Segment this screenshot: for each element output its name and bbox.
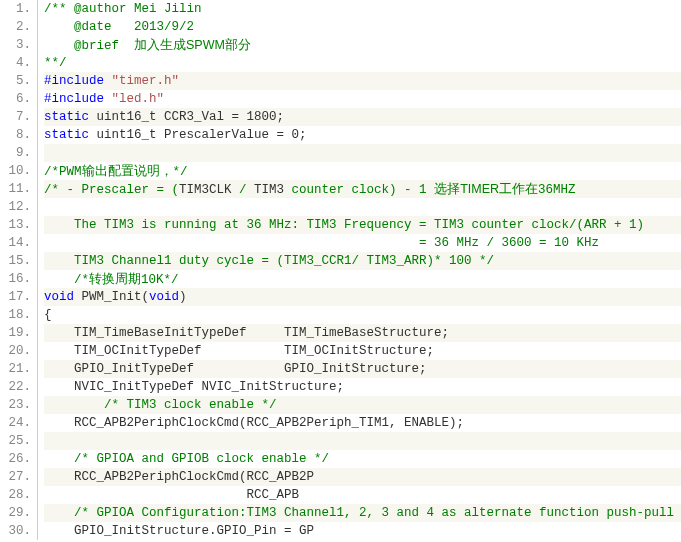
line-number: 8. [0, 126, 31, 144]
code-token: Mei Jilin [127, 2, 202, 16]
line-number: 5. [0, 72, 31, 90]
code-line[interactable]: = 36 MHz / 3600 = 10 KHz [44, 234, 681, 252]
code-line[interactable]: /* - Prescaler = (TIM3CLK / TIM3 counter… [44, 180, 681, 198]
code-token: 转换周期 [89, 272, 141, 286]
code-line[interactable]: RCC_APB [44, 486, 681, 504]
line-number: 18. [0, 306, 31, 324]
code-line[interactable]: #include "timer.h" [44, 72, 681, 90]
code-token: = 36 MHz / 3600 = 10 KHz [44, 236, 599, 250]
code-line[interactable]: /*PWM输出配置说明，*/ [44, 162, 681, 180]
code-token: GPIO_InitStructure.GPIO_Pin = GP [44, 524, 314, 538]
line-number: 24. [0, 414, 31, 432]
code-line[interactable]: @date 2013/9/2 [44, 18, 681, 36]
line-number: 20. [0, 342, 31, 360]
code-line[interactable]: static uint16_t PrescalerValue = 0; [44, 126, 681, 144]
code-line[interactable] [44, 144, 681, 162]
code-line[interactable] [44, 198, 681, 216]
code-token: **/ [44, 56, 67, 70]
line-number: 25. [0, 432, 31, 450]
line-number: 26. [0, 450, 31, 468]
line-number: 14. [0, 234, 31, 252]
code-line[interactable] [44, 432, 681, 450]
line-number: 23. [0, 396, 31, 414]
line-number: 13. [0, 216, 31, 234]
code-token: / [232, 183, 255, 197]
code-token: /* [44, 273, 89, 287]
code-content[interactable]: /** @author Mei Jilin @date 2013/9/2 @br… [38, 0, 681, 540]
code-token: TIM_OCInitTypeDef TIM_OCInitStructure; [44, 344, 434, 358]
code-line[interactable]: TIM_OCInitTypeDef TIM_OCInitStructure; [44, 342, 681, 360]
code-line[interactable]: **/ [44, 54, 681, 72]
code-token: { [44, 308, 52, 322]
code-token: static [44, 110, 89, 124]
code-token: */ [173, 165, 188, 179]
line-number: 21. [0, 360, 31, 378]
code-line[interactable]: NVIC_InitTypeDef NVIC_InitStructure; [44, 378, 681, 396]
code-token: 加入生成SPWM部分 [134, 38, 251, 52]
code-line[interactable]: /** @author Mei Jilin [44, 0, 681, 18]
code-line[interactable]: TIM3 Channel1 duty cycle = (TIM3_CCR1/ T… [44, 252, 681, 270]
code-token: The TIM3 is running at 36 MHz: TIM3 Freq… [44, 218, 644, 232]
code-token: #include [44, 92, 112, 106]
code-token: @brief [44, 39, 134, 53]
code-token: GPIO_InitTypeDef GPIO_InitStructure; [44, 362, 427, 376]
line-number-gutter: 1.2.3.4.5.6.7.8.9.10.11.12.13.14.15.16.1… [0, 0, 38, 540]
code-line[interactable]: RCC_APB2PeriphClockCmd(RCC_APB2Periph_TI… [44, 414, 681, 432]
code-line[interactable]: TIM_TimeBaseInitTypeDef TIM_TimeBaseStru… [44, 324, 681, 342]
code-token: 选择TIMER工作在 [434, 182, 538, 196]
code-token: 36MHZ [538, 183, 576, 197]
line-number: 3. [0, 36, 31, 54]
code-token: /* GPIOA Configuration:TIM3 Channel1, 2,… [44, 506, 681, 520]
code-token: ) [179, 290, 187, 304]
code-token: /* TIM3 clock enable */ [44, 398, 277, 412]
code-token: RCC_APB2PeriphClockCmd(RCC_APB2P [44, 470, 314, 484]
code-block: 1.2.3.4.5.6.7.8.9.10.11.12.13.14.15.16.1… [0, 0, 681, 540]
line-number: 30. [0, 522, 31, 540]
code-token: static [44, 128, 89, 142]
line-number: 28. [0, 486, 31, 504]
line-number: 17. [0, 288, 31, 306]
code-token: RCC_APB [44, 488, 299, 502]
code-token: counter clock [284, 183, 389, 197]
code-token: /* - Prescaler = ( [44, 183, 179, 197]
code-token: void [44, 290, 74, 304]
code-line[interactable]: The TIM3 is running at 36 MHz: TIM3 Freq… [44, 216, 681, 234]
code-token: @author [74, 2, 127, 16]
line-number: 2. [0, 18, 31, 36]
line-number: 11. [0, 180, 31, 198]
code-line[interactable]: void PWM_Init(void) [44, 288, 681, 306]
line-number: 10. [0, 162, 31, 180]
code-line[interactable]: RCC_APB2PeriphClockCmd(RCC_APB2P [44, 468, 681, 486]
code-line[interactable]: @brief 加入生成SPWM部分 [44, 36, 681, 54]
code-token: NVIC_InitTypeDef NVIC_InitStructure; [44, 380, 344, 394]
line-number: 9. [0, 144, 31, 162]
code-token: 10K*/ [141, 273, 179, 287]
code-line[interactable]: /* GPIOA and GPIOB clock enable */ [44, 450, 681, 468]
code-line[interactable]: { [44, 306, 681, 324]
code-token: /** [44, 2, 74, 16]
code-line[interactable]: GPIO_InitStructure.GPIO_Pin = GP [44, 522, 681, 540]
line-number: 7. [0, 108, 31, 126]
code-line[interactable]: /*转换周期10K*/ [44, 270, 681, 288]
code-token: uint16_t PrescalerValue = 0; [89, 128, 307, 142]
code-token: TIM_TimeBaseInitTypeDef TIM_TimeBaseStru… [44, 326, 449, 340]
line-number: 1. [0, 0, 31, 18]
code-token: "led.h" [112, 92, 165, 106]
line-number: 15. [0, 252, 31, 270]
code-token: "timer.h" [112, 74, 180, 88]
line-number: 27. [0, 468, 31, 486]
line-number: 6. [0, 90, 31, 108]
code-line[interactable]: /* TIM3 clock enable */ [44, 396, 681, 414]
code-token: ) - 1 [389, 183, 434, 197]
code-line[interactable]: GPIO_InitTypeDef GPIO_InitStructure; [44, 360, 681, 378]
code-line[interactable]: #include "led.h" [44, 90, 681, 108]
code-line[interactable]: /* GPIOA Configuration:TIM3 Channel1, 2,… [44, 504, 681, 522]
code-token: TIM3 [254, 183, 284, 197]
line-number: 22. [0, 378, 31, 396]
line-number: 12. [0, 198, 31, 216]
code-token: TIM3CLK [179, 183, 232, 197]
line-number: 16. [0, 270, 31, 288]
code-line[interactable]: static uint16_t CCR3_Val = 1800; [44, 108, 681, 126]
code-token: /* GPIOA and GPIOB clock enable */ [44, 452, 329, 466]
code-token: @date 2013/9/2 [44, 20, 194, 34]
